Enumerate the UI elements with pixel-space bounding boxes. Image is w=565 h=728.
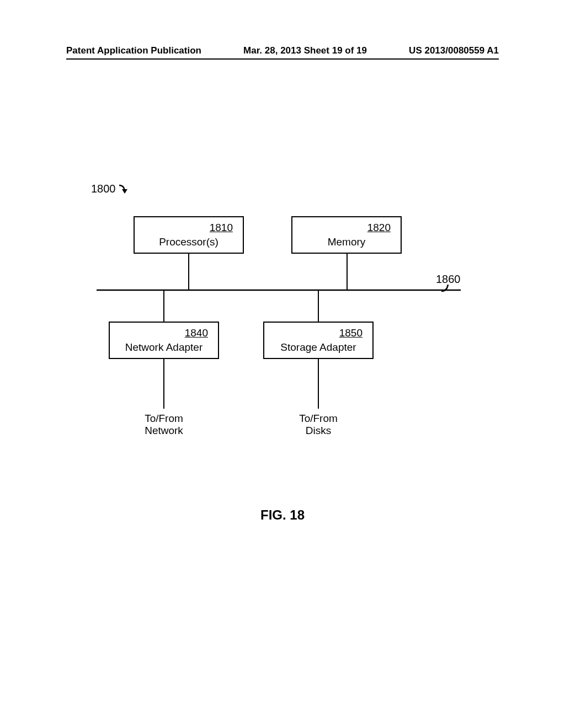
connector-storage-bus — [317, 290, 319, 323]
connector-network-bus — [163, 290, 165, 323]
processor-box: 1810 Processor(s) — [134, 216, 244, 254]
arrow-1800-icon — [117, 184, 134, 200]
ref-processor: 1810 — [135, 222, 243, 234]
storage-adapter-box: 1850 Storage Adapter — [263, 322, 374, 359]
connector-memory-bus — [346, 254, 348, 290]
label-storage-adapter: Storage Adapter — [264, 341, 372, 354]
connector-processor-bus — [188, 254, 190, 290]
curve-1860-icon — [440, 283, 452, 295]
to-from-network-line1: To/From — [145, 413, 183, 424]
ref-memory: 1820 — [292, 222, 401, 234]
ref-system-1800: 1800 — [91, 183, 116, 195]
to-from-disks-line1: To/From — [299, 413, 338, 424]
to-from-network: To/From Network — [125, 413, 202, 437]
label-network-adapter: Network Adapter — [110, 341, 218, 354]
ref-storage-adapter: 1850 — [264, 327, 372, 339]
connector-storage-tofrom — [317, 359, 319, 409]
to-from-network-line2: Network — [145, 425, 183, 436]
diagram-canvas: 1800 1810 Processor(s) 1820 Memory 1860 … — [0, 0, 565, 728]
to-from-disks: To/From Disks — [280, 413, 357, 437]
label-processor: Processor(s) — [135, 236, 243, 248]
memory-box: 1820 Memory — [291, 216, 402, 254]
label-memory: Memory — [292, 236, 401, 248]
bus-line — [97, 289, 461, 291]
network-adapter-box: 1840 Network Adapter — [109, 322, 219, 359]
connector-network-tofrom — [163, 359, 165, 409]
to-from-disks-line2: Disks — [306, 425, 331, 436]
figure-caption: FIG. 18 — [0, 507, 565, 523]
ref-network-adapter: 1840 — [110, 327, 218, 339]
